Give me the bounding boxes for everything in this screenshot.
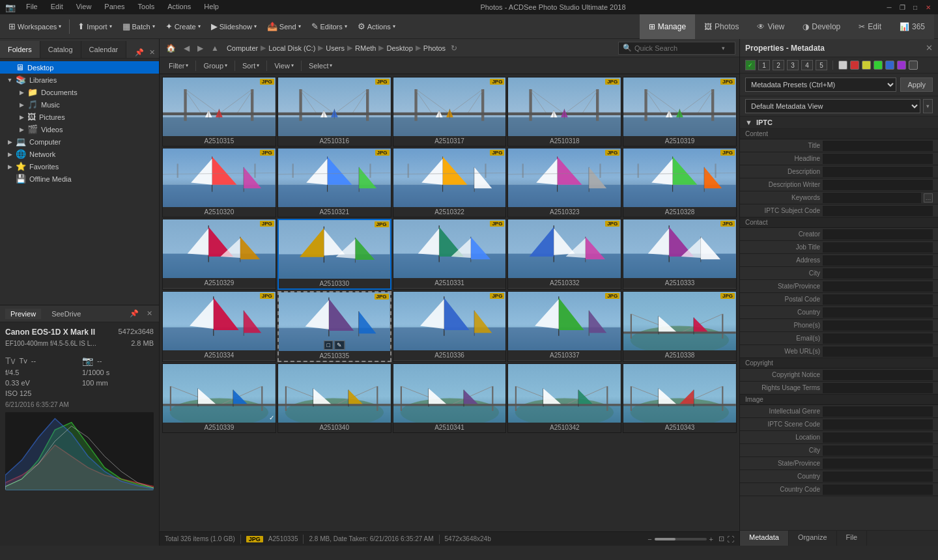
state-contact-input[interactable] xyxy=(823,281,933,292)
create-button[interactable]: ✦ Create ▾ xyxy=(161,18,205,36)
pin-panel-button[interactable]: 📌 xyxy=(134,47,145,58)
photo-cell-A2510317[interactable]: JPGA2510317 xyxy=(393,77,507,147)
tab-folders[interactable]: Folders xyxy=(0,41,40,58)
creator-input[interactable] xyxy=(823,229,933,240)
tab-catalog[interactable]: Catalog xyxy=(40,41,81,58)
photo-cell-A2510316[interactable]: JPGA2510316 xyxy=(277,77,391,147)
tree-item-desktop[interactable]: 🖥 Desktop xyxy=(0,61,159,74)
restore-button[interactable]: ❐ xyxy=(898,3,907,12)
photo-cell-A2510339[interactable]: ✓A2510339 xyxy=(162,363,276,433)
photo-cell-A2510337[interactable]: JPGA2510337 xyxy=(507,291,621,362)
preset-select[interactable]: Metadata Presets (Ctrl+M) xyxy=(745,77,896,92)
breadcrumb-photos[interactable]: Photos xyxy=(423,44,446,52)
close-button[interactable]: ✕ xyxy=(924,3,933,12)
tree-item-pictures[interactable]: ▶ 🖼 Pictures xyxy=(0,111,159,123)
meta-view-select[interactable]: Default Metadata View xyxy=(745,99,920,113)
keywords-browse-button[interactable]: … xyxy=(924,193,933,203)
rating-1[interactable]: 1 xyxy=(758,60,770,70)
photo-cell-A2510335[interactable]: JPG□✎A2510335 xyxy=(277,291,391,362)
color-white[interactable] xyxy=(838,61,847,70)
tree-item-videos[interactable]: ▶ 🎬 Videos xyxy=(0,123,159,135)
develop-mode-button[interactable]: ◑ Develop xyxy=(793,14,849,39)
breadcrumb-rmeth[interactable]: RMeth xyxy=(355,44,376,52)
home-button[interactable]: 🏠 xyxy=(163,42,178,54)
photo-cell-A2510318[interactable]: JPGA2510318 xyxy=(507,77,621,147)
sort-button[interactable]: Sort ▾ xyxy=(238,61,263,71)
tab-file[interactable]: File xyxy=(837,531,868,546)
pin-preview-button[interactable]: 📌 xyxy=(128,308,140,319)
photo-cell-A2510333[interactable]: JPGA2510333 xyxy=(623,219,737,290)
photo-cell-A2510330[interactable]: JPGA2510330 xyxy=(277,219,391,290)
fit-button[interactable]: ⊡ xyxy=(718,535,724,543)
tab-calendar[interactable]: Calendar xyxy=(81,41,127,58)
city-image-input[interactable] xyxy=(823,445,933,456)
photo-cell-A2510331[interactable]: JPGA2510331 xyxy=(393,219,507,290)
photos-mode-button[interactable]: 🖼 Photos xyxy=(695,14,748,39)
country-image-input[interactable] xyxy=(823,471,933,482)
menu-actions[interactable]: Actions xyxy=(165,3,193,12)
photo-cell-A2510340[interactable]: A2510340 xyxy=(277,363,391,433)
job-title-input[interactable] xyxy=(823,242,933,253)
location-input[interactable] xyxy=(823,432,933,443)
menu-help[interactable]: Help xyxy=(201,3,221,12)
rights-usage-input[interactable] xyxy=(823,383,933,393)
photo-cell-A2510342[interactable]: A2510342 xyxy=(507,363,621,433)
rating-3[interactable]: 3 xyxy=(787,60,799,70)
emails-input[interactable] xyxy=(823,333,933,344)
close-panel-button[interactable]: ✕ xyxy=(148,47,156,58)
apply-button[interactable]: Apply xyxy=(900,77,933,92)
check-rating[interactable]: ✓ xyxy=(745,60,756,70)
color-green[interactable] xyxy=(874,61,883,70)
breadcrumb-desktop[interactable]: Desktop xyxy=(386,44,412,52)
description-input[interactable] xyxy=(823,167,933,177)
365-mode-button[interactable]: 📊 365 xyxy=(890,14,934,39)
photo-cell-A2510319[interactable]: JPGA2510319 xyxy=(623,77,737,147)
rating-5[interactable]: 5 xyxy=(816,60,827,70)
back-button[interactable]: ◀ xyxy=(181,42,192,54)
color-black[interactable] xyxy=(909,61,918,70)
postal-input[interactable] xyxy=(823,294,933,305)
zoom-in-button[interactable]: + xyxy=(709,535,713,543)
photo-cell-A2510334[interactable]: JPGA2510334 xyxy=(162,291,276,362)
breadcrumb-disk[interactable]: Local Disk (C:) xyxy=(268,44,315,52)
photo-cell-A2510323[interactable]: JPGA2510323 xyxy=(507,148,621,217)
tree-item-documents[interactable]: ▶ 📁 Documents xyxy=(0,86,159,98)
tree-item-favorites[interactable]: ▶ ⭐ Favorites xyxy=(0,160,159,173)
up-button[interactable]: ▲ xyxy=(208,42,221,54)
tab-seedrive[interactable]: SeeDrive xyxy=(46,309,86,319)
photo-cell-A2510332[interactable]: JPGA2510332 xyxy=(507,219,621,290)
search-input[interactable] xyxy=(634,44,719,52)
import-button[interactable]: ⬆ Import ▾ xyxy=(73,18,116,36)
filter-button[interactable]: Filter ▾ xyxy=(165,61,192,71)
address-input[interactable] xyxy=(823,255,933,266)
iptc-subject-input[interactable] xyxy=(823,206,933,216)
photo-cell-A2510329[interactable]: JPGA2510329 xyxy=(162,219,276,290)
slideshow-button[interactable]: ▶ Slideshow ▾ xyxy=(206,18,261,36)
edit-mode-button[interactable]: ✂ Edit xyxy=(849,14,890,39)
close-right-panel-button[interactable]: ✕ xyxy=(926,43,933,53)
menu-edit[interactable]: Edit xyxy=(48,3,66,12)
zoom-out-button[interactable]: − xyxy=(647,535,651,543)
minimize-button[interactable]: ─ xyxy=(885,3,894,12)
tree-item-music[interactable]: ▶ 🎵 Music xyxy=(0,98,159,111)
iptc-scene-input[interactable] xyxy=(823,419,933,430)
color-blue[interactable] xyxy=(885,61,894,70)
photo-cell-A2510336[interactable]: JPGA2510336 xyxy=(393,291,507,362)
editors-button[interactable]: ✎ Editors ▾ xyxy=(307,18,352,36)
tree-item-computer[interactable]: ▶ 💻 Computer xyxy=(0,135,159,148)
tab-metadata[interactable]: Metadata xyxy=(740,531,789,546)
photo-cell-A2510322[interactable]: JPGA2510322 xyxy=(393,148,507,217)
group-button[interactable]: Group ▾ xyxy=(199,61,231,71)
menu-panes[interactable]: Panes xyxy=(102,3,127,12)
breadcrumb-users[interactable]: Users xyxy=(326,44,345,52)
actions-button[interactable]: ⚙ Actions ▾ xyxy=(353,18,400,36)
workspaces-button[interactable]: ⊞ Workspaces ▾ xyxy=(4,18,66,36)
manage-mode-button[interactable]: ⊞ Manage xyxy=(640,14,695,39)
window-controls[interactable]: ─ ❐ □ ✕ xyxy=(885,3,933,12)
breadcrumb-computer[interactable]: Computer xyxy=(227,44,258,52)
tab-preview[interactable]: Preview xyxy=(5,309,41,319)
select-button[interactable]: Select ▾ xyxy=(305,61,337,71)
photo-cell-A2510320[interactable]: JPGA2510320 xyxy=(162,148,276,217)
fullscreen-button[interactable]: ⛶ xyxy=(727,535,734,543)
headline-input[interactable] xyxy=(823,154,933,164)
